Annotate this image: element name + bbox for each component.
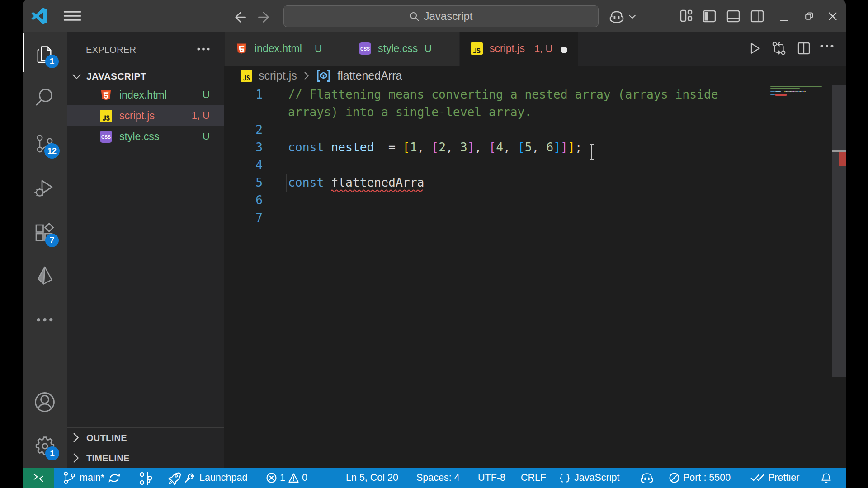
vscode-window: Javascript 11271 EXPLORER JAVASCRIPT ind… [23,0,846,488]
scrollbar-thumb[interactable] [832,85,846,377]
code-token: ] [568,141,575,154]
warning-count: 0 [302,472,307,483]
css-icon: CSS [359,42,371,55]
minimize-button[interactable] [780,15,788,23]
status-problems[interactable]: 10 [266,468,307,488]
activity-item-more[interactable] [23,298,67,342]
breadcrumb[interactable]: script.jsflattenedArra [224,66,846,86]
copilot-button[interactable] [609,10,636,23]
minimap-line [770,86,822,87]
sidebar-more-actions[interactable] [197,44,210,52]
status-language[interactable]: JavaScript [559,468,619,488]
toggle-primary-sidebar-button[interactable] [703,9,716,25]
run-button[interactable] [749,42,761,56]
tab-style.css[interactable]: CSSstyle.css U [348,32,460,66]
code-token [396,141,403,154]
code-token: const [288,176,324,189]
status-graph[interactable] [138,468,152,488]
activity-bar: 11271 [23,32,67,468]
braces-icon [559,473,571,483]
css-icon: CSS [359,42,371,55]
file-name: index.html [119,89,167,101]
editor-more-actions[interactable] [820,42,834,50]
status-cursor-position[interactable]: Ln 5, Col 20 [346,468,398,488]
code-token: , [503,141,518,154]
folder-section-header[interactable]: JAVASCRIPT [67,67,224,86]
menu-icon[interactable] [63,10,81,23]
status-prettier[interactable]: Prettier [750,468,799,488]
circle-slash-icon [669,473,679,483]
css-icon: CSS [100,131,112,143]
code-line: arrays) into a single-level array. [288,103,532,121]
badge: 1 [45,446,59,460]
tab-index.html[interactable]: index.html U [225,32,348,66]
launchpad-label: Launchpad [199,472,247,483]
double-check-icon [750,473,764,483]
badge: 7 [45,234,59,247]
search-icon [409,11,419,21]
section-outline[interactable]: OUTLINE [67,427,224,448]
remote-indicator[interactable] [23,468,54,488]
activity-item-extensions[interactable]: 7 [23,211,67,255]
css-icon: CSS [99,130,112,143]
activity-item-account[interactable] [23,390,67,414]
activity-item-settings[interactable]: 1 [23,434,67,458]
split-editor-button[interactable] [797,42,810,56]
code-token [324,176,331,189]
code-token [374,141,388,154]
activity-item-run-debug[interactable] [23,165,67,209]
toggle-panel-button[interactable] [726,9,740,25]
search-box[interactable]: Javascript [283,5,599,27]
status-encoding[interactable]: UTF-8 [478,468,505,488]
activity-item-source-control[interactable]: 12 [23,122,67,165]
status-bar: main*Launchpad10Ln 5, Col 20Spaces: 4UTF… [23,468,846,488]
code-line: const flattenedArra [288,174,424,192]
section-timeline[interactable]: TIMELINE [67,448,224,469]
open-changes-button[interactable] [772,42,786,57]
file-row-index.html[interactable]: index.htmlU [67,84,224,105]
activity-item-explorer[interactable]: 1 [23,33,67,76]
account-icon [34,392,55,413]
status-launchpad[interactable]: Launchpad [168,468,247,488]
title-bar: Javascript [23,0,846,32]
js-icon [471,42,483,55]
restore-button[interactable] [805,12,813,22]
code-token: , [475,141,489,154]
nav-back-button[interactable] [234,11,246,25]
html-icon [100,89,112,101]
code-token: [ [518,141,525,154]
tab-script.js[interactable]: script.js 1, U [460,32,579,66]
status-copilot-status[interactable] [640,468,654,488]
code-token [324,141,331,154]
dirty-dot[interactable] [561,47,567,53]
toggle-secondary-sidebar-button[interactable] [750,9,764,25]
status-indentation[interactable]: Spaces: 4 [416,468,460,488]
git-branch-icon [63,471,76,484]
activity-item-search[interactable] [23,75,67,119]
file-row-script.js[interactable]: script.js1, U [67,105,224,126]
line-number: 7 [224,209,263,227]
activity-item-prisma[interactable] [23,254,67,297]
breadcrumb-symbol: flattenedArra [337,69,402,82]
status-eol[interactable]: CRLF [521,468,546,488]
mouse-ibeam-cursor [590,143,594,162]
status-port[interactable]: Port : 5500 [669,468,731,488]
code-token: arrays) into a single-level array. [288,105,532,119]
copilot-icon [609,10,624,23]
minimap-line [783,91,783,92]
code-token: ] [561,141,568,154]
code-token: [ [489,141,496,154]
status-notifications[interactable] [821,468,831,488]
prisma-icon [34,265,55,286]
close-button[interactable] [829,12,837,22]
error-count: 1 [280,472,285,483]
customize-layout-button[interactable] [680,9,693,24]
code-token: nested [331,141,374,154]
code-token: // Flattening means converting a nested … [288,88,718,101]
git-status-badge: 1, U [192,110,210,122]
status-branch[interactable]: main* [63,468,121,488]
nav-forward-button[interactable] [258,11,270,25]
breadcrumb-file-icon [241,70,252,82]
editor-area: index.html UCSSstyle.css Uscript.js 1, U… [224,32,846,468]
file-row-style.css[interactable]: CSSstyle.cssU [67,126,224,147]
